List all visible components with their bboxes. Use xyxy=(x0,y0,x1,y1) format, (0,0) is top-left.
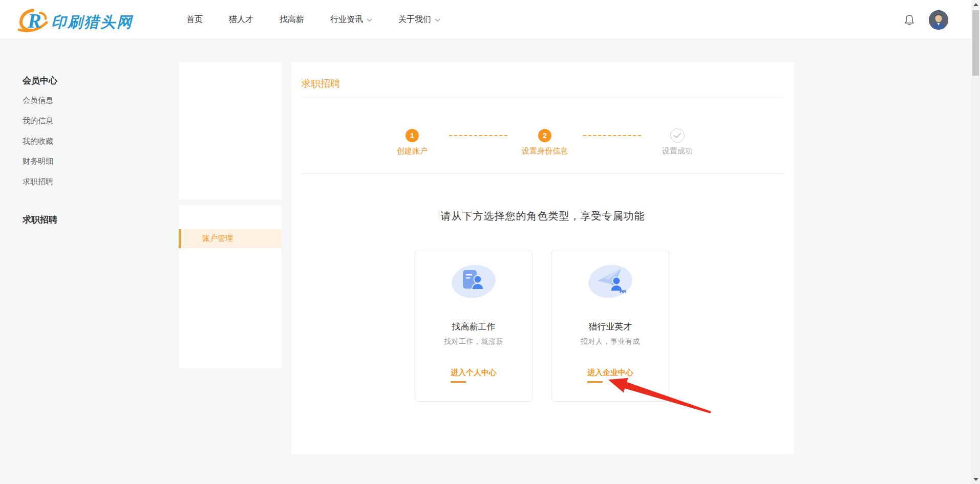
sidebar-item-member-info[interactable]: 会员信息 xyxy=(23,96,53,105)
nav-item-label: 找高薪 xyxy=(280,14,304,25)
nav-item-industry-news[interactable]: 行业资讯 xyxy=(330,14,372,25)
vertical-scrollbar[interactable] xyxy=(971,0,980,484)
nav-item-label: 行业资讯 xyxy=(330,14,363,25)
sidebar-item-my-favorites[interactable]: 我的收藏 xyxy=(23,137,53,146)
enter-personal-center-link[interactable]: 进入个人中心 xyxy=(451,368,497,383)
user-avatar-image xyxy=(929,10,948,30)
step-connector xyxy=(449,135,507,136)
scrollbar-thumb[interactable] xyxy=(972,10,979,76)
brand-logo-icon: R 印刷猎头网 xyxy=(17,7,136,33)
nav-item-label: 关于我们 xyxy=(398,14,431,25)
sidebar-item-job-recruit[interactable]: 求职招聘 xyxy=(23,177,53,187)
svg-text:R: R xyxy=(27,9,41,32)
nav-item-about-us[interactable]: 关于我们 xyxy=(398,14,440,25)
nav-item-talent[interactable]: 猎人才 xyxy=(229,14,253,25)
step-1-circle: 1 xyxy=(406,129,419,142)
check-icon xyxy=(673,133,681,139)
svg-text:印刷猎头网: 印刷猎头网 xyxy=(51,14,134,30)
sidebar-job-title: 求职招聘 xyxy=(23,214,57,226)
card-title: 找高薪工作 xyxy=(415,321,532,333)
step-1-label: 创建账户 xyxy=(397,146,428,156)
step-connector xyxy=(583,135,641,136)
resume-person-icon xyxy=(451,262,497,299)
navbar-right xyxy=(903,0,948,39)
divider xyxy=(301,98,784,98)
top-navbar: R 印刷猎头网 首页 猎人才 找高薪 行业资讯 关于我们 xyxy=(0,0,980,39)
sidebar-member-title: 会员中心 xyxy=(23,75,57,86)
card-title: 猎行业英才 xyxy=(552,321,669,333)
link-label: 进入个人中心 xyxy=(451,368,497,378)
scrollbar-up-icon[interactable] xyxy=(973,3,978,6)
link-underline xyxy=(587,381,603,383)
nav-item-high-salary[interactable]: 找高薪 xyxy=(280,14,304,25)
sidebar-member-panel xyxy=(179,62,282,200)
card-subtitle: 招对人，事业有成 xyxy=(552,337,669,346)
divider xyxy=(301,173,784,174)
link-underline xyxy=(451,381,466,383)
card-personal-center[interactable]: 找高薪工作 找对工作，就涨薪 进入个人中心 xyxy=(415,250,532,402)
main-nav: 首页 猎人才 找高薪 行业资讯 关于我们 xyxy=(186,0,440,39)
chevron-down-icon xyxy=(367,18,372,22)
step-2-circle: 2 xyxy=(538,129,551,142)
page: R 印刷猎头网 首页 猎人才 找高薪 行业资讯 关于我们 xyxy=(0,0,980,484)
role-select-prompt: 请从下方选择您的角色类型，享受专属功能 xyxy=(291,209,794,223)
step-2-number: 2 xyxy=(543,131,547,140)
notification-bell-icon[interactable] xyxy=(903,13,915,27)
chevron-down-icon xyxy=(435,18,440,22)
step-1-number: 1 xyxy=(410,131,414,140)
paper-plane-hr-icon: HR xyxy=(587,262,633,299)
red-annotation-arrow xyxy=(604,372,714,416)
sidebar-item-my-info[interactable]: 我的信息 xyxy=(23,116,53,126)
step-2-label: 设置身份信息 xyxy=(522,146,568,156)
step-3-circle xyxy=(670,128,685,143)
nav-item-home[interactable]: 首页 xyxy=(186,14,203,25)
step-3-label: 设置成功 xyxy=(662,146,693,156)
card-subtitle: 找对工作，就涨薪 xyxy=(415,337,532,346)
brand-logo[interactable]: R 印刷猎头网 xyxy=(17,7,136,33)
main-content-panel xyxy=(291,62,794,454)
nav-item-label: 首页 xyxy=(186,14,203,25)
nav-item-label: 猎人才 xyxy=(229,14,253,25)
sidebar-item-account-management[interactable]: 账户管理 xyxy=(179,229,282,248)
sidebar-item-finance-details[interactable]: 财务明细 xyxy=(23,157,53,166)
user-avatar[interactable] xyxy=(929,10,948,30)
svg-text:HR: HR xyxy=(620,289,626,294)
scrollbar-down-icon[interactable] xyxy=(973,478,978,481)
page-title: 求职招聘 xyxy=(301,77,340,91)
sidebar-active-label: 账户管理 xyxy=(202,234,233,244)
